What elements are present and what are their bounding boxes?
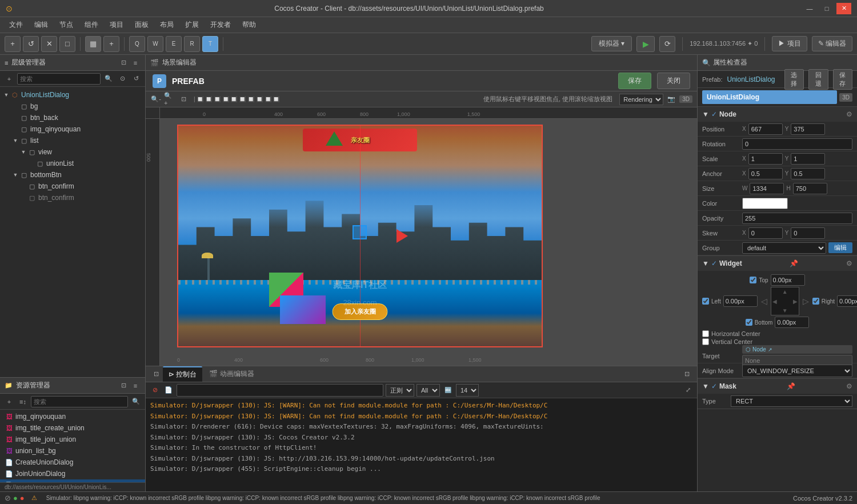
console-maximize-btn[interactable]: ⤢ xyxy=(682,385,694,396)
group-edit-button[interactable]: 编辑 xyxy=(828,242,852,253)
widget-right-checkbox[interactable] xyxy=(812,298,819,305)
asset-item-join-union[interactable]: 📄 JoinUnionDialog xyxy=(0,468,145,479)
prefab-save-button[interactable]: 保存 xyxy=(618,73,651,89)
layer-search-input[interactable] xyxy=(20,75,98,82)
anchor-x-input[interactable] xyxy=(748,168,783,179)
widget-arrow-left-icon[interactable]: ◁ xyxy=(761,297,767,306)
mask-type-select[interactable]: RECT xyxy=(731,395,852,407)
toolbar-refresh-btn[interactable]: ↺ xyxy=(23,36,39,52)
layer-add-btn[interactable]: + xyxy=(3,73,15,85)
layer-panel-btn2[interactable]: ≡ xyxy=(130,58,141,68)
asset-add-btn[interactable]: + xyxy=(3,396,15,407)
align-mode-select[interactable]: ON_WINDOW_RESIZE xyxy=(742,365,852,377)
widget-right-input[interactable] xyxy=(837,295,857,307)
scene-zoom-in-btn[interactable]: 🔍+ xyxy=(164,94,175,105)
asset-sort-btn[interactable]: ≡↕ xyxy=(17,396,29,407)
scene-fit-btn[interactable]: ⊡ xyxy=(178,94,189,105)
layer-btn3[interactable]: ↺ xyxy=(130,73,142,85)
skew-y-input[interactable] xyxy=(791,227,825,239)
widget-bottom-checkbox[interactable] xyxy=(746,319,752,326)
editor-button[interactable]: ✎ 编辑器 xyxy=(812,36,852,51)
toolbar-chart-btn[interactable]: ▦ xyxy=(85,36,101,52)
skew-x-input[interactable] xyxy=(748,227,783,239)
tree-item-list[interactable]: ▼ ▢ list xyxy=(0,135,145,146)
asset-search-btn[interactable]: 🔍 xyxy=(130,396,142,407)
maximize-button[interactable]: □ xyxy=(819,3,834,14)
console-fontsize-select[interactable]: 14 xyxy=(456,384,479,397)
widget-section-header[interactable]: ▼ ✓ Widget 📌 ⚙ xyxy=(698,256,857,271)
mask-section-header[interactable]: ▼ ✓ Mask 📌 ⚙ xyxy=(698,379,857,394)
menu-extend[interactable]: 扩展 xyxy=(181,18,203,31)
pause-button[interactable]: ⟳ xyxy=(659,36,675,52)
tree-item-btn-back[interactable]: ▢ btn_back xyxy=(0,112,145,123)
layer-panel-btn1[interactable]: ⊡ xyxy=(118,58,129,68)
target-node-link[interactable]: ⬡ Node ↗ xyxy=(742,345,852,354)
minimize-button[interactable]: — xyxy=(802,3,817,14)
prefab-save-props-button[interactable]: 保存 xyxy=(833,69,853,90)
asset-item-create-union[interactable]: 📄 CreateUnionDialog xyxy=(0,457,145,468)
widget-bottom-input[interactable] xyxy=(775,317,809,328)
menu-component[interactable]: 组件 xyxy=(80,18,103,31)
tree-item-bottombtn[interactable]: ▼ ▢ bottomBtn xyxy=(0,169,145,181)
node-section-gear-icon[interactable]: ⚙ xyxy=(846,110,852,118)
menu-edit[interactable]: 编辑 xyxy=(30,18,53,31)
console-clear-btn[interactable]: ⊘ xyxy=(149,385,161,396)
tree-item-btn-confirm2[interactable]: ▢ btn_confirm xyxy=(0,192,145,203)
size-w-input[interactable] xyxy=(750,183,784,194)
scale-y-input[interactable] xyxy=(791,153,825,165)
project-button[interactable]: ▶ 项目 xyxy=(772,36,807,51)
widget-top-input[interactable] xyxy=(771,274,805,286)
asset-item-img-title-create[interactable]: 🖼 img_title_create_union xyxy=(0,422,145,434)
color-picker[interactable] xyxy=(742,198,788,209)
position-y-input[interactable] xyxy=(791,123,825,135)
widget-left-checkbox[interactable] xyxy=(702,298,709,305)
mask-section-pin-icon[interactable]: 📌 xyxy=(787,382,795,390)
position-x-input[interactable] xyxy=(748,123,783,135)
tree-item-unionlist[interactable]: ▢ unionList xyxy=(0,158,145,169)
anchor-y-input[interactable] xyxy=(791,168,825,179)
tree-item-view[interactable]: ▼ ▢ view xyxy=(0,146,145,158)
widget-left-input[interactable] xyxy=(723,295,758,307)
node-name-input[interactable] xyxy=(702,90,837,104)
toolbar-rect-btn[interactable]: □ xyxy=(59,36,75,52)
rotation-input[interactable] xyxy=(742,138,852,150)
simulator-button[interactable]: 模拟器 ▾ xyxy=(591,36,632,51)
menu-help[interactable]: 帮助 xyxy=(238,18,261,31)
asset-search-input[interactable] xyxy=(34,398,125,405)
asset-item-img-title-join[interactable]: 🖼 img_title_join_union xyxy=(0,434,145,445)
group-select[interactable]: default xyxy=(742,242,826,254)
toolbar-add-btn[interactable]: + xyxy=(5,36,21,52)
menu-file[interactable]: 文件 xyxy=(5,18,27,31)
console-tab-main[interactable]: ⊳ 控制台 xyxy=(163,366,202,382)
mask-section-gear-icon[interactable]: ⚙ xyxy=(846,382,852,390)
menu-node[interactable]: 节点 xyxy=(55,18,78,31)
console-filter-input[interactable] xyxy=(177,384,383,397)
widget-section-gear-icon[interactable]: ⚙ xyxy=(846,259,852,267)
menu-layout[interactable]: 布局 xyxy=(155,18,178,31)
toolbar-stop-btn[interactable]: ✕ xyxy=(41,36,57,52)
console-file-btn[interactable]: 📄 xyxy=(163,385,174,396)
scene-camera-btn[interactable]: 📷 xyxy=(666,94,677,105)
asset-item-union-list-bg[interactable]: 🖼 union_list_bg xyxy=(0,445,145,457)
toolbar-tool4[interactable]: R xyxy=(184,36,200,52)
rendering-select[interactable]: Rendering xyxy=(619,94,663,105)
prefab-close-button[interactable]: 关闭 xyxy=(657,73,690,89)
layer-search-icon[interactable]: 🔍 xyxy=(103,73,114,85)
size-h-input[interactable] xyxy=(793,183,827,194)
widget-hcenter-checkbox[interactable] xyxy=(702,330,709,337)
tree-item-bg[interactable]: ▢ bg xyxy=(0,101,145,112)
console-regex-select[interactable]: 正则 xyxy=(386,384,414,397)
layer-btn2[interactable]: ⊙ xyxy=(117,73,128,85)
widget-arrow-right-icon[interactable]: ▷ xyxy=(803,297,809,306)
console-expand-btn[interactable]: ⊡ xyxy=(681,369,692,380)
console-tab-animation[interactable]: 🎬 动画编辑器 xyxy=(203,367,259,381)
tree-item-btn-confirm[interactable]: ▢ btn_confirm xyxy=(0,181,145,192)
menu-developer[interactable]: 开发者 xyxy=(206,18,235,31)
console-level-select[interactable]: All xyxy=(417,384,440,397)
tree-item-img-qinyouquan[interactable]: ▢ img_qinyouquan xyxy=(0,123,145,135)
asset-item-img-qinyouquan[interactable]: 🖼 img_qinyouquan xyxy=(0,411,145,422)
scene-viewport[interactable]: 亲友圈 xyxy=(160,119,697,366)
toolbar-plus-btn[interactable]: + xyxy=(103,36,119,52)
scale-x-input[interactable] xyxy=(748,153,783,165)
widget-section-pin-icon[interactable]: 📌 xyxy=(790,259,798,267)
